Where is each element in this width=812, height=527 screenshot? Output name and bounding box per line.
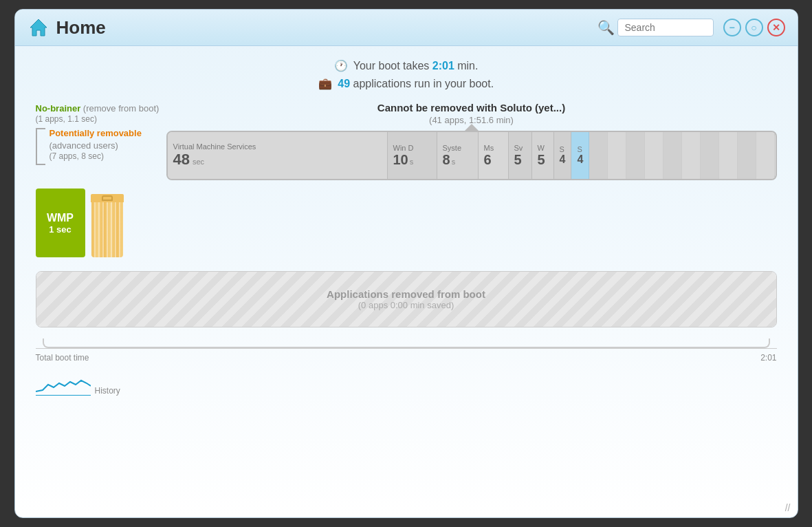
timeline-arrow [465,124,479,131]
boot-time-value: 2:01 [432,60,454,72]
small-segments [589,132,775,179]
trash-handle [102,195,113,201]
segment-vm-value: 48 [173,151,190,169]
total-boot-label: Total boot time [36,353,89,363]
app-count-suffix: applications run in your boot. [350,78,494,89]
total-boot-value: 2:01 [760,353,776,363]
resize-handle[interactable]: // [785,502,791,513]
segment-wind[interactable]: Win D 10 s [388,132,437,179]
segment-wind-label: Win D [393,144,431,152]
timeline-container: Virtual Machine Services 48 sec Win D 10 [166,131,777,180]
segment-syst-value: 8 [443,152,450,168]
small-seg-6 [682,132,701,179]
search-input[interactable] [617,19,714,36]
viz-row: No-brainer (remove from boot) (1 apps, 1… [36,102,777,257]
cannot-remove-label: Cannot be removed with Soluto (yet...) [166,102,777,114]
segment-ms-label: Ms [484,144,503,152]
app-count-line: 💼 49 applications run in your boot. [36,75,777,93]
boot-time-suffix: min. [454,60,479,72]
main-content: 🕐 Your boot takes 2:01 min. 💼 49 applica… [15,46,798,517]
removed-section: Applications removed from boot (0 apps 0… [36,271,777,327]
trash-icon [91,194,124,257]
segment-vm-label: Virtual Machine Services [173,142,382,151]
segment-s1-label: S [560,145,566,153]
bottom-bar: Total boot time 2:01 [36,338,777,363]
removed-bar: Applications removed from boot (0 apps 0… [36,272,776,327]
boot-time-line: 🕐 Your boot takes 2:01 min. [36,57,777,75]
titlebar: Home 🔍 − ○ ✕ [15,10,798,46]
small-seg-4 [645,132,663,179]
potentially-count: (7 apps, 8 sec) [50,151,166,161]
segment-w[interactable]: W 5 [532,132,554,179]
bracket-connector [36,128,45,165]
segment-syst-unit: s [452,158,456,166]
briefcase-icon: 💼 [318,78,332,89]
history-chart[interactable] [36,371,91,396]
maximize-button[interactable]: ○ [745,19,763,36]
total-boot-line: Total boot time 2:01 [36,348,777,363]
segment-sv-label: Sv [514,144,526,152]
segment-ms-value: 6 [484,152,503,168]
trash-top [91,194,124,202]
segment-s1[interactable]: S 4 [554,132,572,179]
trash-stripes [91,202,123,257]
small-seg-1 [589,132,608,179]
small-seg-10 [756,132,775,179]
segment-ms[interactable]: Ms 6 [479,132,509,179]
segment-vm-services[interactable]: Virtual Machine Services 48 sec [168,132,388,179]
segment-wind-value: 10 [393,152,408,168]
wmp-trash-area: WMP 1 sec [36,173,166,257]
small-seg-7 [701,132,719,179]
boot-info: 🕐 Your boot takes 2:01 min. 💼 49 applica… [36,57,777,92]
removed-label: Applications removed from boot [327,288,485,300]
segment-sv[interactable]: Sv 5 [509,132,532,179]
clock-icon: 🕐 [334,60,348,72]
history-section: History [36,371,777,396]
bottom-bracket [43,338,770,348]
removed-count: (0 apps 0:00 min saved) [358,300,454,310]
small-seg-5 [663,132,682,179]
left-labels: No-brainer (remove from boot) (1 apps, 1… [36,102,166,257]
timeline-bar: Virtual Machine Services 48 sec Win D 10 [166,131,777,180]
segment-blue[interactable]: S 4 [571,132,589,179]
nobrainer-count: (1 apps, 1.1 sec) [36,114,166,124]
window-controls: − ○ ✕ [723,19,785,36]
potentially-label: Potentially removable (advanced users) (… [50,127,166,161]
minimize-button[interactable]: − [723,19,741,36]
segment-blue-value: 4 [577,153,583,166]
search-area: 🔍 [597,19,714,36]
small-seg-9 [738,132,756,179]
segment-syst-label: Syste [443,144,472,152]
segment-sv-value: 5 [514,152,526,168]
history-label: History [95,386,120,396]
trash-body [91,202,123,257]
segment-w-label: W [538,144,548,152]
close-button[interactable]: ✕ [767,19,785,36]
main-window: Home 🔍 − ○ ✕ 🕐 Your boot takes 2:01 min.… [14,9,798,518]
wmp-time: 1 sec [49,224,72,235]
small-seg-3 [626,132,645,179]
search-icon[interactable]: 🔍 [597,19,615,36]
segment-vm-unit: sec [193,158,204,166]
right-section: Cannot be removed with Soluto (yet...) (… [166,102,777,257]
wmp-label: WMP [47,212,74,224]
segment-blue-label: S [577,145,583,153]
small-seg-8 [719,132,738,179]
home-icon [28,17,50,39]
segment-syst[interactable]: Syste 8 s [437,132,479,179]
boot-time-prefix: Your boot takes [353,60,432,72]
page-title: Home [56,17,597,39]
nobrainer-label: No-brainer (remove from boot) (1 apps, 1… [36,102,166,124]
small-seg-2 [608,132,626,179]
segment-s1-value: 4 [560,153,566,166]
potentially-row: Potentially removable (advanced users) (… [36,127,166,165]
segment-w-value: 5 [538,152,548,168]
wmp-block[interactable]: WMP 1 sec [36,189,85,257]
segment-wind-unit: s [410,158,414,166]
app-count-value: 49 [338,78,350,89]
